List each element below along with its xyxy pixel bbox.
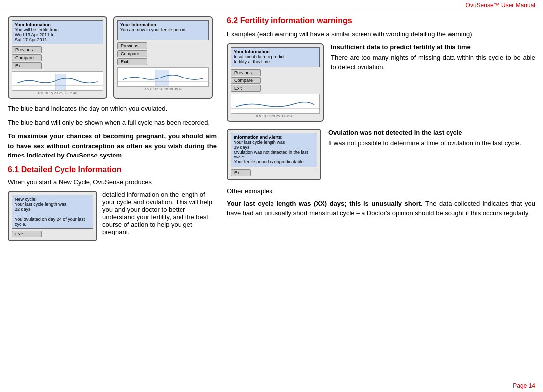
w1-previous-btn[interactable]: Previous	[231, 69, 261, 76]
section-61-heading: 6.1 Detailed Cycle Information	[8, 165, 217, 174]
new-cycle-info: New cycle: Your last cycle length was 32…	[12, 195, 93, 229]
devices-top-row: Your Information You will be fertile fro…	[8, 16, 217, 99]
device1-line2: Wed 13 Apr 2011 to	[15, 32, 100, 37]
warning1-text: Insufficient data to predict fertility a…	[331, 43, 535, 76]
device2-buttons: Previous Compare Exit	[117, 42, 209, 65]
svg-rect-3	[156, 70, 168, 86]
w1-line1: Insufficient data to predict	[234, 54, 317, 59]
section61-intro-text: When you start a New Cycle, OvuSense pro…	[8, 178, 152, 186]
warning2-body: It was not possible to determine a time …	[328, 138, 535, 148]
section61-body: detailed information on the length of yo…	[102, 191, 212, 235]
w2-line4: Your fertile period is unpredicatable	[234, 159, 314, 164]
device2-chart	[117, 67, 209, 87]
nc-line2: Your last cycle length was	[15, 202, 90, 207]
device2-previous-btn[interactable]: Previous	[117, 42, 147, 49]
device1-line3: Sat 17 Apr 2011	[15, 37, 100, 42]
device2-info-title: Your Information	[120, 22, 206, 27]
device2-exit-btn[interactable]: Exit	[117, 58, 147, 65]
w2-line2: 39 days	[234, 145, 314, 150]
device1-buttons: Previous Compare Exit	[12, 46, 103, 69]
device2-info: Your Information You are now in your fer…	[117, 20, 209, 40]
manual-title: OvuSense™ User Manual	[466, 2, 535, 9]
para-maximise: To maximise your chances of becoming pre…	[8, 131, 217, 160]
main-content: Your Information You will be fertile fro…	[0, 11, 543, 249]
nc-buttons: Exit	[12, 231, 93, 237]
page-header: OvuSense™ User Manual	[0, 0, 543, 11]
warning2-text: Ovulation was not detected in the last c…	[328, 129, 535, 152]
device1-info: Your Information You will be fertile fro…	[12, 20, 103, 44]
w1-title: Your Information	[234, 49, 317, 54]
section61-intro: When you start a New Cycle, OvuSense pro…	[8, 177, 217, 187]
w1-info: Your Information Insufficient data to pr…	[231, 47, 320, 67]
w2-alert-box: Information and Alerts: Your last cycle …	[231, 133, 317, 167]
warning1-title: Insufficient data to predict fertility a…	[331, 43, 535, 51]
device1-compare-btn[interactable]: Compare	[12, 54, 42, 61]
nc-exit-btn[interactable]: Exit	[12, 231, 42, 237]
last-para-bold: Your last cycle length was (XX) days; th…	[227, 200, 423, 207]
warning-item-2: Information and Alerts: Your last cycle …	[227, 129, 535, 180]
device1-line1: You will be fertile from:	[15, 27, 100, 32]
device1-info-title: Your Information	[15, 22, 100, 27]
warning2-title: Ovulation was not detected in the last c…	[328, 129, 535, 136]
device-new-cycle-mock: New cycle: Your last cycle length was 32…	[8, 191, 97, 241]
device2-axis: 0 5 10 15 20 25 30 35 40	[117, 87, 209, 91]
other-examples-label: Other exmaples:	[227, 187, 535, 195]
device-new-cycle: New cycle: Your last cycle length was 32…	[8, 191, 97, 241]
w2-line3: Ovulation was not detected in the last c…	[234, 150, 314, 159]
nc-line1: New cycle:	[15, 197, 90, 202]
nc-line3: 32 days	[15, 207, 90, 212]
para-blue-band-full: The blue band will only be shown when a …	[8, 118, 217, 128]
section-62-heading: 6.2 Fertility information warnings	[227, 16, 535, 25]
w2-line1: Your last cycle length was	[234, 140, 314, 145]
page-footer: Page 14	[505, 379, 543, 392]
w1-compare-btn[interactable]: Compare	[231, 77, 261, 84]
section-61: 6.1 Detailed Cycle Information When you …	[8, 165, 217, 236]
last-paragraph: Your last cycle length was (XX) days; th…	[227, 199, 535, 218]
w1-exit-btn[interactable]: Exit	[231, 85, 261, 92]
w1-axis: 0 5 10 15 20 25 30 35 40	[231, 114, 320, 118]
device-fertile-now: Your Information You are now in your fer…	[113, 16, 213, 99]
device1-axis: 0 5 10 15 20 25 30 35 40	[12, 91, 103, 95]
warning1-body: There are too many nights of missing dat…	[331, 53, 535, 72]
w1-buttons: Previous Compare Exit	[231, 69, 320, 92]
device-warning2: Information and Alerts: Your last cycle …	[227, 129, 321, 180]
warning-item-1: Your Information Insufficient data to pr…	[227, 43, 535, 122]
left-column: Your Information You will be fertile fro…	[8, 16, 217, 244]
device1-chart	[12, 71, 103, 91]
w2-alert-title: Information and Alerts:	[234, 135, 314, 140]
w1-line2: fertility at this time	[234, 59, 317, 64]
right-column: 6.2 Fertility information warnings Examp…	[227, 16, 535, 244]
device1-exit-btn[interactable]: Exit	[12, 62, 42, 69]
nc-line4: You ovulated on day 24 of your last cycl…	[15, 217, 90, 227]
w2-exit-btn[interactable]: Exit	[231, 169, 251, 176]
para-blue-band: The blue band indicates the day on which…	[8, 104, 217, 114]
w1-chart	[231, 94, 320, 114]
page-number: Page 14	[513, 382, 535, 389]
device1-previous-btn[interactable]: Previous	[12, 46, 42, 53]
nc-spacer	[15, 212, 90, 217]
svg-rect-1	[55, 74, 65, 90]
device-warning1: Your Information Insufficient data to pr…	[227, 43, 324, 122]
device2-compare-btn[interactable]: Compare	[117, 50, 147, 57]
device2-line1: You are now in your fertile period	[120, 27, 206, 32]
device-fertile-from: Your Information You will be fertile fro…	[8, 16, 107, 99]
section62-intro: Examples (each warning will have a simil…	[227, 29, 535, 39]
